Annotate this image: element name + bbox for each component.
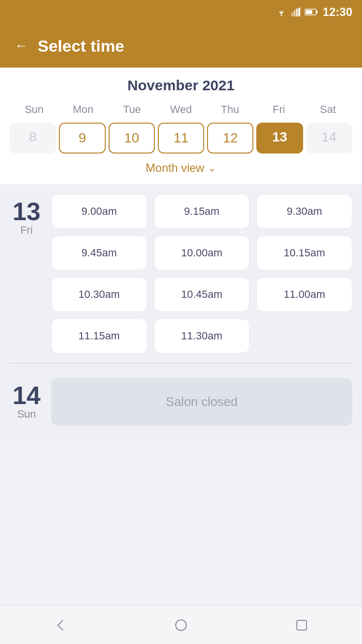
day-block-14: 14 Sun Salon closed xyxy=(10,378,352,426)
slot-1015am[interactable]: 10.15am xyxy=(256,236,352,270)
bottom-navigation xyxy=(0,605,362,644)
slot-930am[interactable]: 9.30am xyxy=(256,194,352,229)
slot-1115am[interactable]: 11.15am xyxy=(51,319,147,353)
status-bar: 12:30 xyxy=(0,0,362,24)
slot-1030am[interactable]: 10.30am xyxy=(51,277,147,312)
day-label-13: 13 Fri xyxy=(10,194,43,353)
salon-closed-message: Salon closed xyxy=(51,378,352,426)
calendar-section: November 2021 Sun Mon Tue Wed Thu Fri Sa… xyxy=(0,68,362,184)
date-14[interactable]: 14 xyxy=(306,123,352,154)
chevron-down-icon: ⌄ xyxy=(208,162,216,174)
svg-rect-1 xyxy=(291,13,293,16)
recent-nav-icon xyxy=(294,618,309,632)
status-icons xyxy=(276,8,318,16)
day-name-14: Sun xyxy=(17,408,36,420)
svg-point-0 xyxy=(280,15,282,16)
section-divider xyxy=(10,363,352,364)
weekday-fri: Fri xyxy=(254,101,303,118)
svg-rect-7 xyxy=(306,10,312,14)
weekday-sat: Sat xyxy=(304,101,352,118)
date-9[interactable]: 9 xyxy=(59,123,105,154)
date-10[interactable]: 10 xyxy=(109,123,155,154)
slot-1045am[interactable]: 10.45am xyxy=(154,277,250,312)
day-name-13: Fri xyxy=(20,224,33,237)
weekday-mon: Mon xyxy=(58,101,107,118)
signal-icon xyxy=(291,8,301,16)
date-12[interactable]: 12 xyxy=(207,123,253,154)
wifi-icon xyxy=(276,8,287,16)
date-8[interactable]: 8 xyxy=(10,123,56,154)
svg-rect-3 xyxy=(296,9,298,16)
slots-grid-13: 9.00am 9.15am 9.30am 9.45am 10.00am 10.1… xyxy=(51,194,352,353)
weekday-sun: Sun xyxy=(10,101,58,118)
weekday-wed: Wed xyxy=(156,101,205,118)
nav-back-button[interactable] xyxy=(46,611,75,640)
slot-1130am[interactable]: 11.30am xyxy=(154,319,250,353)
svg-rect-4 xyxy=(298,8,300,16)
back-button[interactable]: ← xyxy=(14,38,28,54)
app-header: ← Select time xyxy=(0,24,362,68)
status-time: 12:30 xyxy=(323,5,352,19)
weekday-tue: Tue xyxy=(108,101,156,118)
svg-rect-6 xyxy=(316,11,318,14)
slots-section: 13 Fri 9.00am 9.15am 9.30am 9.45am 10.00… xyxy=(0,184,362,435)
slot-945am[interactable]: 9.45am xyxy=(51,236,147,270)
month-view-toggle[interactable]: Month view ⌄ xyxy=(10,154,352,180)
battery-icon xyxy=(305,8,318,16)
date-13[interactable]: 13 xyxy=(256,123,303,154)
weekday-header: Sun Mon Tue Wed Thu Fri Sat xyxy=(10,101,352,118)
svg-point-8 xyxy=(176,620,186,630)
date-11[interactable]: 11 xyxy=(158,123,204,154)
day-block-13: 13 Fri 9.00am 9.15am 9.30am 9.45am 10.00… xyxy=(10,194,352,353)
svg-rect-2 xyxy=(293,11,295,16)
date-row: 8 9 10 11 12 13 14 xyxy=(10,123,352,154)
slot-915am[interactable]: 9.15am xyxy=(154,194,250,229)
weekday-thu: Thu xyxy=(206,101,254,118)
nav-home-button[interactable] xyxy=(167,611,195,640)
day-number-13: 13 xyxy=(13,199,41,224)
slot-1000am[interactable]: 10.00am xyxy=(154,236,250,270)
nav-recent-button[interactable] xyxy=(287,611,316,640)
slot-900am[interactable]: 9.00am xyxy=(51,194,147,229)
page-title: Select time xyxy=(38,37,125,56)
home-nav-icon xyxy=(174,618,188,632)
month-year-title: November 2021 xyxy=(10,77,352,94)
month-view-label: Month view xyxy=(146,161,204,175)
back-nav-icon xyxy=(53,618,68,632)
day-number-14: 14 xyxy=(13,383,41,408)
day-label-14: 14 Sun xyxy=(10,378,43,420)
svg-rect-9 xyxy=(297,620,306,630)
slot-1100am[interactable]: 11.00am xyxy=(256,277,352,312)
